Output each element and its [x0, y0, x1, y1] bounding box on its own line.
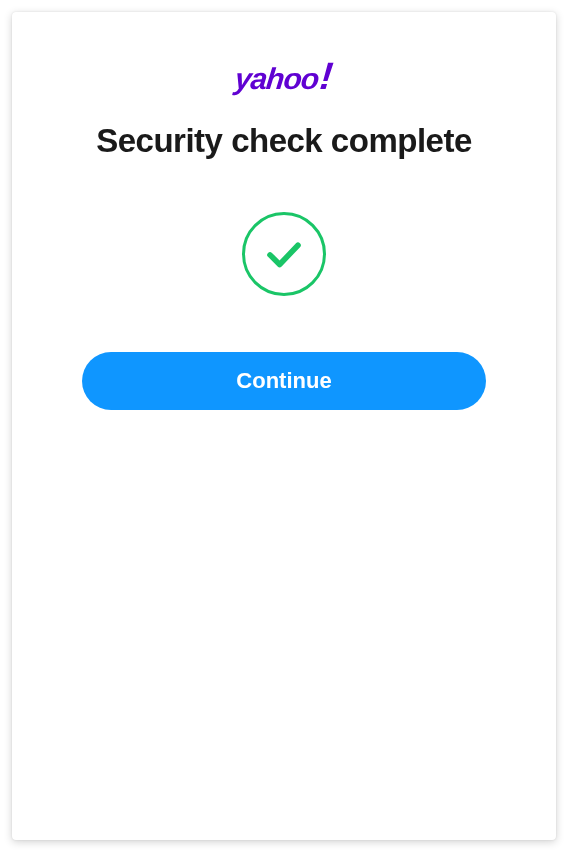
page-title: Security check complete [96, 122, 472, 160]
yahoo-logo-text: yahoo [234, 64, 321, 94]
check-circle-icon [242, 212, 326, 296]
yahoo-logo-bang: ! [318, 57, 335, 95]
auth-card: yahoo ! Security check complete Continue [12, 12, 556, 840]
yahoo-logo: yahoo ! [235, 60, 332, 98]
continue-button[interactable]: Continue [82, 352, 486, 410]
